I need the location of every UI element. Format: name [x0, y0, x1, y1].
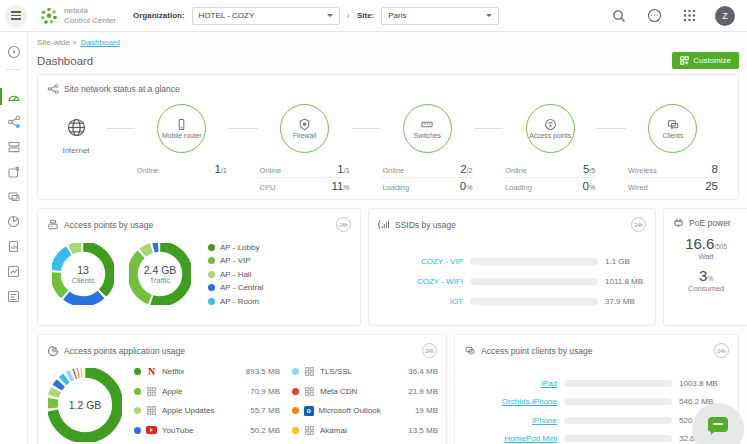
- main-content: Site-wide> Dashboard Dashboard Customize…: [29, 32, 747, 444]
- organization-selector[interactable]: HOTEL - COZY: [192, 7, 340, 25]
- devices-stack-icon: [7, 140, 21, 154]
- sidebar-item-configure[interactable]: [0, 284, 27, 309]
- network-flow: Internet Mobile router Online1/1 Firewal…: [38, 97, 738, 194]
- internet-globe-icon: [66, 117, 87, 138]
- access-points-by-usage-panel: Access points by usage 24h 13Clients 2.4…: [37, 208, 361, 326]
- report-document-icon: [7, 240, 20, 253]
- node-mobile-router[interactable]: Mobile router Online1/1: [135, 104, 229, 177]
- client-link[interactable]: HomePod Mini: [461, 434, 557, 443]
- client-list-icon: [7, 165, 21, 179]
- site-selector[interactable]: Paris: [381, 7, 499, 25]
- access-point-icon: [544, 118, 557, 131]
- sidebar-item-site-overview[interactable]: [0, 39, 27, 64]
- legend-item: AP - VIP: [208, 256, 263, 265]
- apps-grid-button[interactable]: [678, 5, 700, 27]
- chevron-down-icon: [486, 14, 492, 20]
- ssid-row: COZY - VIP 1.1 GB: [377, 257, 643, 266]
- app-row: Facebook43.4 MB: [134, 440, 280, 444]
- breadcrumb-site-wide-link[interactable]: Site-wide: [37, 38, 70, 47]
- node-clients[interactable]: Clients Wireless8 Wired25: [626, 104, 720, 194]
- time-range-badge[interactable]: 24h: [631, 217, 646, 232]
- app-row: Apple70.9 MB: [134, 382, 280, 402]
- app-row: Netflix893.5 MB: [134, 362, 280, 382]
- pie-chart-panel-icon: [47, 345, 59, 357]
- usage-bar: [564, 417, 672, 424]
- breadcrumb-chevron-icon: ›: [347, 10, 350, 21]
- ssid-link[interactable]: COZY - VIP: [377, 257, 463, 266]
- breadcrumb-dashboard-link[interactable]: Dashboard: [81, 38, 120, 47]
- poe-power-icon: [673, 217, 684, 228]
- time-range-badge[interactable]: 24h: [422, 343, 437, 358]
- customize-button[interactable]: Customize: [672, 52, 739, 69]
- poe-power-panel: PoE power 16.6/505 Watt 3% Consumed: [663, 208, 747, 326]
- usage-bar: [470, 298, 598, 305]
- sidebar-item-monitor[interactable]: [0, 184, 27, 209]
- organization-label: Organization:: [133, 11, 185, 20]
- apps-grid-icon: [683, 9, 696, 22]
- form-list-icon: [7, 290, 20, 303]
- sidebar-item-clients[interactable]: [0, 159, 27, 184]
- internet-node: Internet: [46, 104, 106, 155]
- customize-grid-icon: [680, 56, 689, 65]
- switch-icon: [420, 118, 434, 131]
- app-row: Akamai13.5 MB: [292, 421, 438, 441]
- time-range-badge[interactable]: 24h: [336, 217, 351, 232]
- client-link[interactable]: iPhone: [461, 416, 557, 425]
- help-button[interactable]: [643, 5, 665, 27]
- pie-chart-icon: [7, 215, 20, 228]
- network-glance-icon: [47, 83, 59, 95]
- ssid-bars-icon: [378, 219, 390, 230]
- ssid-row: COZY - WIFI 1011.8 MB: [377, 277, 643, 286]
- ap-application-usage-panel: Access points application usage 24h 1.2 …: [37, 334, 447, 444]
- meta-cdn-icon: [304, 386, 315, 397]
- application-donut-chart: 1.2 GB: [48, 368, 122, 442]
- search-button[interactable]: [608, 5, 630, 27]
- node-firewall[interactable]: Firewall Online1/1 CPU11%: [258, 104, 352, 194]
- legend-item: AP - Lobby: [208, 243, 263, 252]
- line-chart-icon: [7, 265, 20, 278]
- legend-item: AP - Central: [208, 283, 263, 292]
- time-range-badge[interactable]: 24h: [714, 343, 729, 358]
- node-switches[interactable]: Switches Online2/2 Loading0%: [380, 104, 474, 194]
- client-link[interactable]: iPad: [461, 379, 557, 388]
- sidebar-item-timeline[interactable]: [0, 259, 27, 284]
- generic-app-grid-icon: [146, 405, 157, 416]
- connector-line: [597, 128, 626, 129]
- sidebar-item-analytics[interactable]: [0, 209, 27, 234]
- akamai-icon: [304, 425, 315, 436]
- clients-devices-icon: [666, 118, 680, 131]
- generic-app-grid-icon: [146, 386, 157, 397]
- user-avatar[interactable]: Z: [715, 6, 735, 26]
- connector-line: [474, 128, 503, 129]
- sidebar-item-reports[interactable]: [0, 234, 27, 259]
- sidebar-item-topology[interactable]: [0, 109, 27, 134]
- app-row: Apple iCloud12.7 MB: [292, 440, 438, 444]
- mobile-router-icon: [175, 118, 188, 131]
- panel-title: Access points by usage: [64, 220, 153, 230]
- ssid-link[interactable]: COZY - WIFI: [377, 277, 463, 286]
- chat-bubble-icon: [708, 417, 728, 432]
- status-glance-title: Site network status at a glance: [64, 84, 180, 94]
- sidebar-divider: [6, 69, 21, 70]
- app-row: TLS/SSL36.4 MB: [292, 362, 438, 382]
- usage-bar: [470, 278, 598, 285]
- application-list-col2: TLS/SSL36.4 MB Meta CDN21.9 MB Microsoft…: [292, 362, 438, 444]
- app-row: Meta CDN21.9 MB: [292, 382, 438, 402]
- ssid-row: IOT 37.9 MB: [377, 297, 643, 306]
- monitor-screens-icon: [7, 190, 21, 204]
- search-icon: [612, 9, 626, 23]
- client-row: Orchids-iPhone 546.2 MB: [461, 397, 728, 406]
- ssid-link[interactable]: IOT: [377, 297, 463, 306]
- traffic-donut-chart: 2.4 GBTraffic: [129, 243, 191, 305]
- node-access-points[interactable]: Access points Online5/5 Loading0%: [503, 104, 597, 194]
- usage-bar: [470, 258, 598, 265]
- sidebar-item-devices[interactable]: [0, 134, 27, 159]
- outlook-icon: [304, 406, 314, 416]
- connector-line: [229, 128, 258, 129]
- app-row: YouTube50.2 MB: [134, 421, 280, 441]
- hamburger-menu-button[interactable]: [5, 5, 27, 27]
- sidebar-item-dashboard[interactable]: [0, 84, 27, 109]
- clients-panel-icon: [464, 345, 476, 356]
- netflix-icon: [146, 366, 157, 377]
- client-link[interactable]: Orchids-iPhone: [461, 397, 557, 406]
